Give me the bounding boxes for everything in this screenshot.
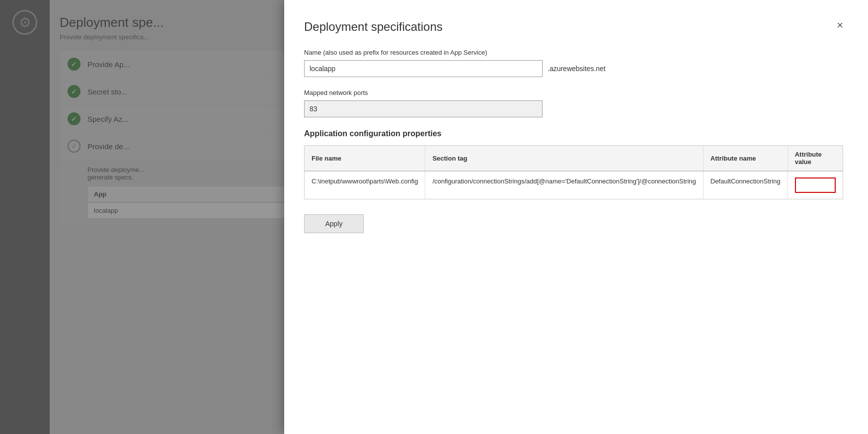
config-table: File name Section tag Attribute name Att… [304,145,843,199]
config-section-title: Application configuration properties [304,129,843,138]
cell-section-tag: /configuration/connectionStrings/add[@na… [425,171,703,199]
config-section: Application configuration properties Fil… [304,129,843,199]
name-label: Name (also used as prefix for resources … [304,49,843,56]
file-name-text: C:\inetpub\wwwroot\parts\Web.config [312,177,418,185]
name-input[interactable] [304,60,543,77]
cell-attribute-value [788,171,843,199]
attribute-name-text: DefaultConnectionString [710,177,781,185]
cell-attribute-name: DefaultConnectionString [703,171,788,199]
button-row: Apply [304,214,843,233]
ports-field-section: Mapped network ports [304,89,843,117]
modal-title: Deployment specifications [304,20,443,34]
attribute-value-input[interactable] [795,177,836,193]
ports-input[interactable] [304,100,543,117]
col-section-tag: Section tag [425,146,703,172]
config-table-head: File name Section tag Attribute name Att… [305,146,843,172]
modal-panel: Deployment specifications × Name (also u… [284,0,868,434]
name-field-section: Name (also used as prefix for resources … [304,49,843,77]
section-tag-text: /configuration/connectionStrings/add[@na… [432,177,696,185]
modal-overlay: Deployment specifications × Name (also u… [0,0,868,434]
apply-button[interactable]: Apply [304,214,364,233]
col-attribute-name: Attribute name [703,146,788,172]
col-attribute-value: Attribute value [788,146,843,172]
ports-label: Mapped network ports [304,89,843,96]
name-suffix: .azurewebsites.net [548,65,606,73]
close-button[interactable]: × [837,20,843,31]
name-field-row: .azurewebsites.net [304,60,843,77]
modal-header: Deployment specifications × [304,20,843,34]
cell-file-name: C:\inetpub\wwwroot\parts\Web.config [305,171,425,199]
table-row: C:\inetpub\wwwroot\parts\Web.config /con… [305,171,843,199]
config-table-header-row: File name Section tag Attribute name Att… [305,146,843,172]
col-file-name: File name [305,146,425,172]
config-table-body: C:\inetpub\wwwroot\parts\Web.config /con… [305,171,843,199]
